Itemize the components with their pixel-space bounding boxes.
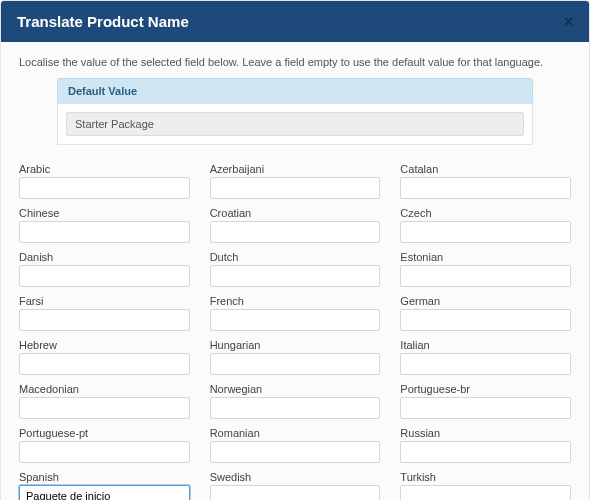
language-label-farsi: Farsi: [19, 295, 190, 307]
default-value-body: [57, 103, 533, 145]
language-input-chinese[interactable]: [19, 221, 190, 243]
language-label-spanish: Spanish: [19, 471, 190, 483]
language-field-azerbaijani: Azerbaijani: [210, 163, 381, 199]
modal-title: Translate Product Name: [17, 13, 189, 30]
language-label-french: French: [210, 295, 381, 307]
language-field-german: German: [400, 295, 571, 331]
close-icon[interactable]: ×: [564, 14, 573, 30]
language-input-russian[interactable]: [400, 441, 571, 463]
language-label-dutch: Dutch: [210, 251, 381, 263]
language-input-croatian[interactable]: [210, 221, 381, 243]
language-input-italian[interactable]: [400, 353, 571, 375]
language-input-dutch[interactable]: [210, 265, 381, 287]
language-input-portuguese-br[interactable]: [400, 397, 571, 419]
language-label-catalan: Catalan: [400, 163, 571, 175]
language-input-spanish[interactable]: [19, 485, 190, 500]
language-field-danish: Danish: [19, 251, 190, 287]
modal-body: Localise the value of the selected field…: [1, 42, 589, 500]
language-label-czech: Czech: [400, 207, 571, 219]
language-input-french[interactable]: [210, 309, 381, 331]
language-label-romanian: Romanian: [210, 427, 381, 439]
language-input-arabic[interactable]: [19, 177, 190, 199]
language-label-estonian: Estonian: [400, 251, 571, 263]
language-input-czech[interactable]: [400, 221, 571, 243]
language-label-hungarian: Hungarian: [210, 339, 381, 351]
language-field-dutch: Dutch: [210, 251, 381, 287]
language-label-danish: Danish: [19, 251, 190, 263]
instruction-text: Localise the value of the selected field…: [19, 56, 571, 68]
language-field-hebrew: Hebrew: [19, 339, 190, 375]
language-label-italian: Italian: [400, 339, 571, 351]
default-value-input: [66, 112, 524, 136]
language-label-turkish: Turkish: [400, 471, 571, 483]
language-label-german: German: [400, 295, 571, 307]
language-field-hungarian: Hungarian: [210, 339, 381, 375]
language-field-french: French: [210, 295, 381, 331]
language-input-german[interactable]: [400, 309, 571, 331]
language-field-swedish: Swedish: [210, 471, 381, 500]
language-field-norwegian: Norwegian: [210, 383, 381, 419]
language-field-spanish: Spanish: [19, 471, 190, 500]
language-label-swedish: Swedish: [210, 471, 381, 483]
default-value-block: Default Value: [57, 78, 533, 145]
language-label-azerbaijani: Azerbaijani: [210, 163, 381, 175]
language-field-czech: Czech: [400, 207, 571, 243]
language-field-arabic: Arabic: [19, 163, 190, 199]
language-label-macedonian: Macedonian: [19, 383, 190, 395]
language-field-catalan: Catalan: [400, 163, 571, 199]
language-field-farsi: Farsi: [19, 295, 190, 331]
language-input-estonian[interactable]: [400, 265, 571, 287]
language-label-norwegian: Norwegian: [210, 383, 381, 395]
language-label-russian: Russian: [400, 427, 571, 439]
translate-modal: Translate Product Name × Localise the va…: [0, 0, 590, 500]
modal-header: Translate Product Name ×: [1, 1, 589, 42]
language-field-turkish: Turkish: [400, 471, 571, 500]
default-value-label: Default Value: [57, 78, 533, 103]
language-field-italian: Italian: [400, 339, 571, 375]
language-input-azerbaijani[interactable]: [210, 177, 381, 199]
language-input-hebrew[interactable]: [19, 353, 190, 375]
language-input-hungarian[interactable]: [210, 353, 381, 375]
language-input-romanian[interactable]: [210, 441, 381, 463]
language-grid: ArabicAzerbaijaniCatalanChineseCroatianC…: [19, 163, 571, 500]
language-field-russian: Russian: [400, 427, 571, 463]
language-field-estonian: Estonian: [400, 251, 571, 287]
language-input-turkish[interactable]: [400, 485, 571, 500]
language-label-portuguese-pt: Portuguese-pt: [19, 427, 190, 439]
language-input-swedish[interactable]: [210, 485, 381, 500]
language-field-macedonian: Macedonian: [19, 383, 190, 419]
language-label-croatian: Croatian: [210, 207, 381, 219]
language-label-hebrew: Hebrew: [19, 339, 190, 351]
language-label-arabic: Arabic: [19, 163, 190, 175]
language-field-portuguese-br: Portuguese-br: [400, 383, 571, 419]
language-field-croatian: Croatian: [210, 207, 381, 243]
language-label-portuguese-br: Portuguese-br: [400, 383, 571, 395]
language-input-danish[interactable]: [19, 265, 190, 287]
language-field-romanian: Romanian: [210, 427, 381, 463]
language-field-portuguese-pt: Portuguese-pt: [19, 427, 190, 463]
language-input-catalan[interactable]: [400, 177, 571, 199]
language-input-portuguese-pt[interactable]: [19, 441, 190, 463]
language-input-macedonian[interactable]: [19, 397, 190, 419]
language-label-chinese: Chinese: [19, 207, 190, 219]
language-field-chinese: Chinese: [19, 207, 190, 243]
language-input-norwegian[interactable]: [210, 397, 381, 419]
language-input-farsi[interactable]: [19, 309, 190, 331]
